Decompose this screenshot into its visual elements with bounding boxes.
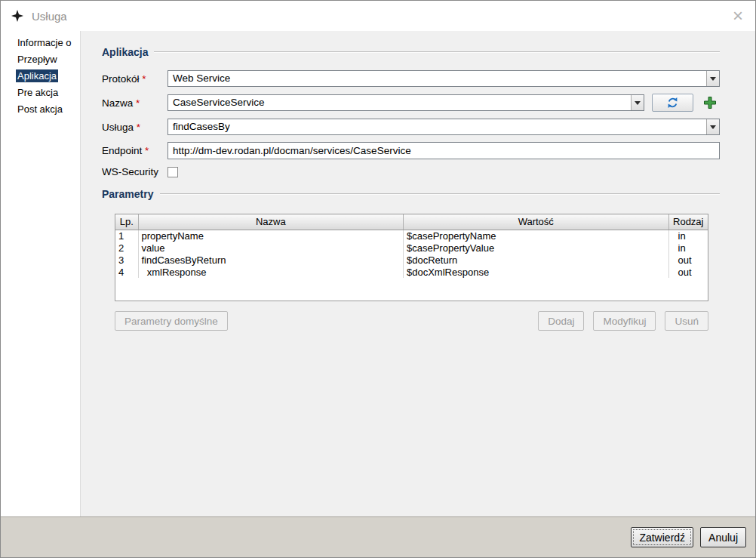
section-divider	[154, 51, 720, 53]
protokol-value: Web Service	[168, 71, 706, 86]
usluga-value: findCasesBy	[168, 119, 706, 134]
window-title: Usługa	[32, 10, 67, 23]
default-parameters-button[interactable]: Parametry domyślne	[115, 311, 228, 331]
parameters-button-bar: Parametry domyślne Dodaj Modyfikuj Usuń	[115, 311, 708, 331]
column-header-wartosc: Wartość	[404, 214, 669, 230]
nazwa-value: CaseServiceService	[168, 95, 631, 110]
sidebar-item-post-akcja[interactable]: Post akcja	[1, 101, 80, 118]
column-header-rodzaj: Rodzaj	[668, 214, 708, 230]
endpoint-label: Endpoint *	[102, 145, 167, 156]
dialog-body: Informacje o Przepływ Aplikacja Pre akcj…	[1, 31, 755, 516]
add-service-button[interactable]	[699, 94, 720, 112]
sidebar-item-aplikacja[interactable]: Aplikacja	[1, 68, 80, 85]
row-endpoint: Endpoint *	[102, 142, 720, 159]
required-marker: *	[145, 145, 149, 156]
section-aplikacja: Aplikacja	[102, 46, 720, 58]
modify-parameter-button[interactable]: Modyfikuj	[593, 311, 656, 331]
close-icon[interactable]: ×	[730, 8, 746, 23]
chevron-down-icon[interactable]	[706, 119, 719, 134]
chevron-down-icon[interactable]	[631, 95, 644, 110]
ws-security-checkbox[interactable]	[167, 167, 178, 177]
table-header-row: Lp. Nazwa Wartość Rodzaj	[115, 214, 708, 230]
sidebar-item-pre-akcja[interactable]: Pre akcja	[1, 85, 80, 101]
column-header-lp: Lp.	[115, 214, 138, 230]
content-panel: Aplikacja Protokół * Web Service Nazwa *…	[80, 31, 755, 516]
refresh-icon	[666, 97, 679, 109]
row-ws-security: WS-Security	[102, 166, 720, 177]
footer-bar: Zatwierdź Anuluj	[1, 516, 755, 557]
titlebar: Usługa ×	[1, 1, 755, 31]
dialog-usluga: Usługa × Informacje o Przepływ Aplikacja…	[0, 0, 756, 558]
sidebar-item-przeplyw[interactable]: Przepływ	[1, 51, 80, 68]
table-row[interactable]: 3 findCasesByReturn $docReturn out	[115, 254, 708, 266]
nazwa-dropdown[interactable]: CaseServiceService	[167, 94, 644, 111]
cancel-button[interactable]: Anuluj	[700, 527, 746, 547]
sidebar: Informacje o Przepływ Aplikacja Pre akcj…	[1, 31, 80, 516]
section-title-aplikacja: Aplikacja	[102, 46, 148, 58]
required-marker: *	[136, 97, 140, 109]
protokol-label: Protokół *	[102, 73, 167, 85]
chevron-down-icon[interactable]	[706, 71, 719, 86]
parameters-table: Lp. Nazwa Wartość Rodzaj 1 propertyName …	[115, 214, 708, 301]
ws-security-label: WS-Security	[102, 166, 167, 177]
refresh-button[interactable]	[652, 94, 693, 112]
row-protokol: Protokół * Web Service	[102, 70, 720, 87]
section-title-parametry: Parametry	[102, 188, 154, 200]
plus-icon	[702, 95, 718, 110]
row-usluga: Usługa * findCasesBy	[102, 119, 720, 135]
nazwa-label: Nazwa *	[102, 97, 167, 109]
column-header-nazwa: Nazwa	[138, 214, 404, 230]
required-marker: *	[142, 73, 146, 85]
remove-parameter-button[interactable]: Usuń	[665, 311, 708, 331]
window-icon	[11, 10, 25, 22]
add-parameter-button[interactable]: Dodaj	[538, 311, 584, 331]
protokol-dropdown[interactable]: Web Service	[167, 70, 720, 87]
required-marker: *	[137, 122, 140, 133]
usluga-label: Usługa *	[102, 122, 167, 133]
confirm-button[interactable]: Zatwierdź	[631, 527, 693, 547]
table-row[interactable]: 4 xmlResponse $docXmlResponse out	[115, 266, 708, 278]
section-parametry: Parametry	[102, 188, 720, 200]
usluga-dropdown[interactable]: findCasesBy	[167, 119, 720, 135]
sidebar-item-informacje[interactable]: Informacje o	[1, 35, 80, 51]
endpoint-input[interactable]	[167, 142, 720, 159]
row-nazwa: Nazwa * CaseServiceService	[102, 94, 720, 112]
section-divider	[160, 193, 721, 195]
table-row[interactable]: 1 propertyName $casePropertyName in	[115, 230, 708, 242]
table-row[interactable]: 2 value $casePropertyValue in	[115, 242, 708, 254]
